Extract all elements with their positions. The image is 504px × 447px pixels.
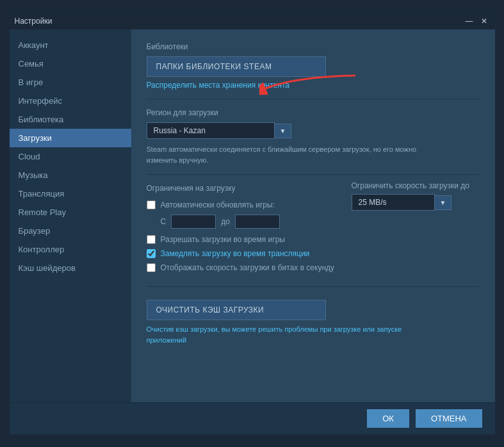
- time-from-input[interactable]: [171, 215, 216, 229]
- show-bits-label: Отображать скорость загрузки в битах в с…: [161, 263, 335, 272]
- slow-broadcast-label: Замедлять загрузку во время трансляции: [161, 249, 310, 258]
- sidebar-item-cloud[interactable]: Cloud: [10, 147, 131, 166]
- steam-folders-button[interactable]: ПАПКИ БИБЛИОТЕКИ STEAM: [147, 56, 326, 77]
- time-to-label: до: [221, 217, 230, 226]
- distribute-link[interactable]: Распределить места хранения контента: [147, 81, 480, 90]
- time-to-input[interactable]: [235, 215, 280, 229]
- region-select-wrap: Russia - Kazan ▼: [147, 122, 480, 139]
- sidebar-item-browser[interactable]: Браузер: [10, 222, 131, 240]
- sidebar-item-shadercache[interactable]: Кэш шейдеров: [10, 259, 131, 277]
- sidebar: Аккаунт Семья В игре Интерфейс Библиотек…: [10, 29, 131, 402]
- divider-2: [147, 174, 480, 175]
- sidebar-item-account[interactable]: Аккаунт: [10, 36, 131, 54]
- footer: ОК ОТМЕНА: [10, 402, 495, 434]
- region-info-text: Steam автоматически соединяется с ближай…: [147, 144, 441, 165]
- show-bits-checkbox[interactable]: [147, 263, 156, 272]
- speed-select-arrow[interactable]: ▼: [435, 195, 452, 210]
- speed-select[interactable]: 25 MB/s: [352, 194, 435, 211]
- window-title: Настройки: [15, 17, 53, 26]
- auto-update-row: Автоматически обновлять игры:: [147, 200, 339, 209]
- auto-update-checkbox[interactable]: [147, 200, 156, 209]
- region-select-arrow[interactable]: ▼: [275, 124, 292, 138]
- main-content: Библиотеки ПАПКИ БИБЛИОТЕКИ STEAM Распре…: [131, 29, 495, 402]
- region-section-title: Регион для загрузки: [147, 108, 480, 117]
- divider-1: [147, 99, 480, 99]
- divider-3: [147, 286, 480, 287]
- time-range-row: С до: [161, 215, 339, 229]
- allow-during-game-label: Разрешать загрузки во время игры: [161, 235, 285, 244]
- show-bits-row: Отображать скорость загрузки в битах в с…: [147, 263, 339, 272]
- window-controls: — ✕: [463, 17, 490, 26]
- sidebar-item-controller[interactable]: Контроллер: [10, 240, 131, 259]
- close-button[interactable]: ✕: [478, 17, 490, 26]
- speed-limit-label: Ограничить скорость загрузки до: [352, 181, 480, 190]
- settings-window: Настройки — ✕ Аккаунт Семья В игре Интер…: [9, 12, 496, 435]
- slow-broadcast-row: Замедлять загрузку во время трансляции: [147, 249, 339, 258]
- sidebar-item-family[interactable]: Семья: [10, 54, 131, 73]
- speed-select-wrap: 25 MB/s ▼: [352, 194, 480, 211]
- region-select[interactable]: Russia - Kazan: [147, 122, 275, 139]
- minimize-button[interactable]: —: [463, 17, 476, 26]
- cache-info-text: Очистив кэш загрузки, вы можете решить п…: [147, 324, 441, 345]
- title-bar: Настройки — ✕: [10, 13, 495, 29]
- allow-during-game-row: Разрешать загрузки во время игры: [147, 235, 339, 244]
- slow-broadcast-checkbox[interactable]: [147, 249, 156, 258]
- allow-during-game-checkbox[interactable]: [147, 235, 156, 244]
- time-from-label: С: [161, 217, 167, 226]
- sidebar-item-library[interactable]: Библиотека: [10, 110, 131, 129]
- sidebar-item-interface[interactable]: Интерфейс: [10, 92, 131, 110]
- sidebar-item-downloads[interactable]: Загрузки: [10, 129, 131, 147]
- content-area: Аккаунт Семья В игре Интерфейс Библиотек…: [10, 29, 495, 402]
- sidebar-item-remoteplay[interactable]: Remote Play: [10, 203, 131, 222]
- auto-update-label: Автоматически обновлять игры:: [161, 200, 275, 209]
- sidebar-item-broadcast[interactable]: Трансляция: [10, 184, 131, 203]
- sidebar-item-music[interactable]: Музыка: [10, 166, 131, 184]
- cancel-button[interactable]: ОТМЕНА: [416, 409, 482, 428]
- ok-button[interactable]: ОК: [367, 409, 409, 428]
- clear-cache-button[interactable]: ОЧИСТИТЬ КЭШ ЗАГРУЗКИ: [147, 300, 326, 320]
- sidebar-item-ingame[interactable]: В игре: [10, 73, 131, 92]
- libraries-section-title: Библиотеки: [147, 42, 480, 51]
